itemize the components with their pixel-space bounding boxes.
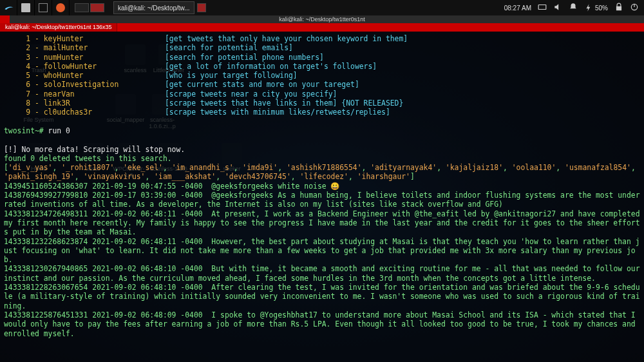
battery-indicator[interactable]: 50% (584, 3, 608, 12)
terminal-output[interactable]: 1 - keyHunter[get tweets that only have … (0, 32, 644, 362)
keyboard-icon[interactable] (538, 3, 547, 13)
volume-icon[interactable] (553, 3, 562, 13)
battery-percent: 50% (595, 5, 608, 12)
launcher-terminal[interactable] (35, 0, 52, 15)
terminal-title-indicator (0, 15, 10, 23)
clock[interactable]: 08:27 AM (504, 5, 531, 12)
notification-icon[interactable] (569, 3, 578, 13)
taskbar-window-entry[interactable]: kali@kali: ~/Desktop/tw... (113, 1, 194, 14)
power-icon[interactable] (630, 3, 639, 13)
taskbar-window-label: kali@kali: ~/Desktop/tw... (118, 5, 190, 12)
terminal-window[interactable]: kali@kali: ~/Desktop/tw1tter0s1nt kali@k… (0, 15, 644, 362)
launcher-firefox[interactable] (52, 0, 70, 15)
svg-rect-0 (538, 5, 546, 10)
window-title: kali@kali: ~/Desktop/tw1tter0s1nt (279, 16, 365, 23)
terminal-tab-bar: kali@kali: ~/Desktop/tw1tter0s1nt 136x35 (0, 23, 644, 32)
taskbar-window-close[interactable] (194, 3, 211, 12)
workspace-pager[interactable] (70, 3, 109, 12)
app-menu-kali[interactable] (0, 0, 17, 15)
lock-icon[interactable] (614, 3, 623, 13)
launcher-files[interactable] (17, 0, 35, 15)
terminal-tab[interactable]: kali@kali: ~/Desktop/tw1tter0s1nt 136x35 (0, 23, 117, 32)
window-titlebar[interactable]: kali@kali: ~/Desktop/tw1tter0s1nt (0, 15, 644, 23)
taskbar: kali@kali: ~/Desktop/tw... 08:27 AM 50% (0, 0, 644, 15)
